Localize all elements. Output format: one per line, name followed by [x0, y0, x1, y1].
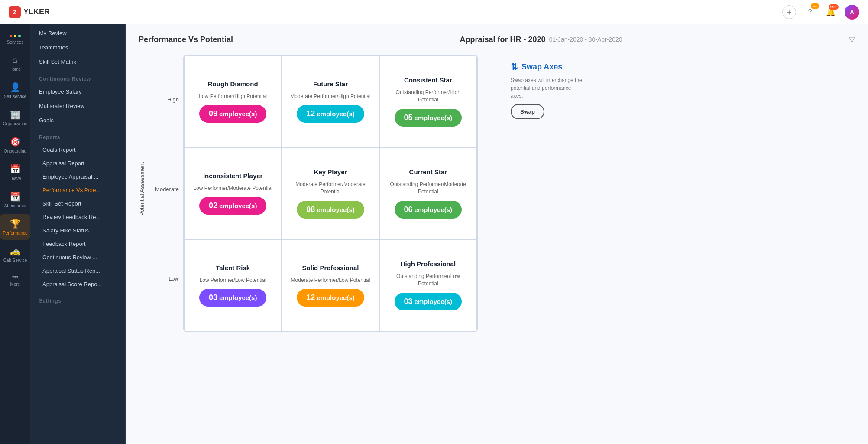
app-logo[interactable]: Z YLKER — [9, 6, 50, 18]
sidebar-item-label: Performance — [3, 231, 27, 235]
appraisal-info: Appraisal for HR - 2020 01-Jan-2020 - 30… — [460, 35, 622, 44]
help-icon: ? — [808, 8, 812, 16]
employee-badge[interactable]: 12 employee(s) — [297, 289, 364, 307]
employee-badge[interactable]: 06 employee(s) — [395, 201, 462, 219]
employee-count: 03 — [209, 293, 217, 302]
notification-badge: 99+ — [829, 4, 839, 10]
matrix-cell-2-0[interactable]: Talent Risk Low Performer/Low Potential … — [184, 239, 282, 331]
menu-section-settings: Settings — [30, 291, 125, 307]
employee-badge[interactable]: 08 employee(s) — [297, 201, 364, 219]
person-icon: 👤 — [10, 82, 21, 92]
filter-button[interactable]: ▽ — [849, 35, 855, 44]
sidebar-item-onboarding[interactable]: 🎯 Onboarding — [0, 132, 30, 158]
cell-title: Rough Diamond — [208, 80, 258, 88]
add-button[interactable]: ＋ — [782, 5, 796, 19]
help-button[interactable]: ? AI — [803, 5, 817, 19]
more-icon: ••• — [12, 273, 19, 280]
menu-item-goals-report[interactable]: Goals Report — [30, 143, 125, 157]
logo-text: YLKER — [23, 7, 50, 16]
onboarding-icon: 🎯 — [10, 137, 21, 147]
menu-item-my-review[interactable]: My Review — [30, 26, 125, 40]
employee-unit: employee(s) — [219, 294, 257, 301]
menu-item-salary-hike[interactable]: Salary Hike Status — [30, 224, 125, 237]
sidebar-item-attendance[interactable]: 📆 Attendance — [0, 187, 30, 212]
matrix-cell-0-0[interactable]: Rough Diamond Low Performer/High Potenti… — [184, 56, 282, 147]
cell-title: Current Star — [409, 168, 447, 176]
cell-title: Solid Professional — [302, 264, 359, 271]
employee-badge[interactable]: 12 employee(s) — [297, 105, 364, 123]
main-content: Performance Vs Potential Appraisal for H… — [126, 0, 868, 444]
logo-icon: Z — [9, 6, 21, 18]
employee-unit: employee(s) — [415, 298, 453, 305]
matrix-cell-1-2[interactable]: Current Star Outstanding Performer/Moder… — [379, 147, 477, 239]
employee-unit: employee(s) — [317, 294, 355, 301]
employee-badge[interactable]: 03 employee(s) — [199, 289, 267, 307]
employee-unit: employee(s) — [415, 114, 453, 121]
menu-item-appraisal-report[interactable]: Appraisal Report — [30, 157, 125, 170]
services-dots — [10, 35, 21, 37]
employee-count: 12 — [306, 109, 315, 118]
org-icon: 🏢 — [10, 109, 21, 120]
cell-title: High Professional — [401, 260, 456, 268]
matrix-cell-0-2[interactable]: Consistent Star Outstanding Performer/Hi… — [379, 56, 477, 147]
menu-item-multi-rater-review[interactable]: Multi-rater Review — [30, 99, 125, 113]
menu-item-appraisal-status[interactable]: Appraisal Status Rep... — [30, 264, 125, 278]
sidebar-item-cab-service[interactable]: 🚕 Cab Service — [0, 242, 30, 267]
menu-item-skill-set-matrix[interactable]: Skill Set Matrix — [30, 55, 125, 69]
sidebar-item-home[interactable]: ⌂ Home — [0, 51, 30, 76]
swap-axes-description: Swap axes will interchange the potential… — [511, 76, 583, 100]
cell-subtitle: Outstanding Performer/High Potential — [387, 89, 470, 104]
menu-item-employee-appraisal[interactable]: Employee Appraisal ... — [30, 170, 125, 183]
matrix-cell-2-1[interactable]: Solid Professional Moderate Performer/Lo… — [282, 239, 379, 331]
cell-title: Inconsistent Player — [203, 172, 263, 180]
employee-badge[interactable]: 03 employee(s) — [395, 293, 462, 310]
matrix-cell-1-0[interactable]: Inconsistent Player Low Performer/Modera… — [184, 147, 282, 239]
menu-item-skill-set-report[interactable]: Skill Set Report — [30, 197, 125, 210]
employee-count: 03 — [404, 297, 413, 306]
menu-item-continuous-review[interactable]: Continuous Review ... — [30, 251, 125, 264]
sidebar-item-more[interactable]: ••• More — [0, 269, 30, 291]
employee-badge[interactable]: 05 employee(s) — [395, 109, 462, 127]
notifications-button[interactable]: 🔔 99+ — [824, 5, 838, 19]
sidebar-item-performance[interactable]: 🏆 Performance — [0, 214, 30, 240]
sidebar-item-label: Leave — [9, 176, 21, 181]
user-avatar[interactable]: A — [845, 5, 859, 20]
employee-unit: employee(s) — [219, 110, 257, 118]
cell-subtitle: Outstanding Performer/Low Potential — [387, 273, 470, 287]
cell-title: Key Player — [314, 168, 347, 176]
sidebar-item-self-service[interactable]: 👤 Self-service — [0, 78, 30, 103]
matrix-cell-0-1[interactable]: Future Star Moderate Performer/High Pote… — [282, 56, 379, 147]
cell-subtitle: Low Performer/Moderate Potential — [193, 185, 272, 192]
performance-matrix: Rough Diamond Low Performer/High Potenti… — [183, 55, 478, 332]
cell-subtitle: Outstanding Performer/Moderate Potential — [387, 181, 470, 196]
sidebar-item-services[interactable]: Services — [0, 30, 30, 49]
employee-unit: employee(s) — [317, 206, 355, 213]
menu-item-review-feedback[interactable]: Review Feedback Re... — [30, 210, 125, 224]
employee-count: 02 — [209, 201, 217, 210]
menu-item-goals[interactable]: Goals — [30, 113, 125, 127]
employee-badge[interactable]: 09 employee(s) — [199, 105, 267, 123]
menu-item-appraisal-score[interactable]: Appraisal Score Repo... — [30, 278, 125, 291]
employee-count: 12 — [306, 293, 315, 302]
menu-item-employee-salary[interactable]: Employee Salary — [30, 85, 125, 99]
matrix-cell-1-1[interactable]: Key Player Moderate Performer/Moderate P… — [282, 147, 379, 239]
menu-item-feedback-report[interactable]: Feedback Report — [30, 237, 125, 251]
swap-axes-title: ⇅ Swap Axes — [511, 62, 583, 72]
attendance-icon: 📆 — [10, 191, 21, 202]
employee-count: 05 — [404, 113, 413, 122]
leave-icon: 📅 — [10, 164, 21, 174]
menu-item-teammates[interactable]: Teammates — [30, 40, 125, 55]
matrix-cell-2-2[interactable]: High Professional Outstanding Performer/… — [379, 239, 477, 331]
employee-count: 08 — [306, 205, 315, 214]
sidebar-item-label: Onboarding — [4, 149, 26, 153]
swap-button[interactable]: Swap — [511, 104, 544, 119]
employee-badge[interactable]: 02 employee(s) — [199, 197, 267, 215]
menu-item-performance-vs-potential[interactable]: Performance Vs Pote... — [30, 183, 125, 197]
cell-subtitle: Moderate Performer/Moderate Potential — [289, 181, 372, 196]
cab-icon: 🚕 — [10, 246, 21, 256]
sidebar-item-leave[interactable]: 📅 Leave — [0, 160, 30, 185]
swap-axes-panel: ⇅ Swap Axes Swap axes will interchange t… — [504, 55, 590, 126]
sidebar-item-label: More — [10, 282, 20, 287]
sidebar-item-label: Self-service — [4, 94, 26, 99]
sidebar-item-organization[interactable]: 🏢 Organization — [0, 105, 30, 131]
